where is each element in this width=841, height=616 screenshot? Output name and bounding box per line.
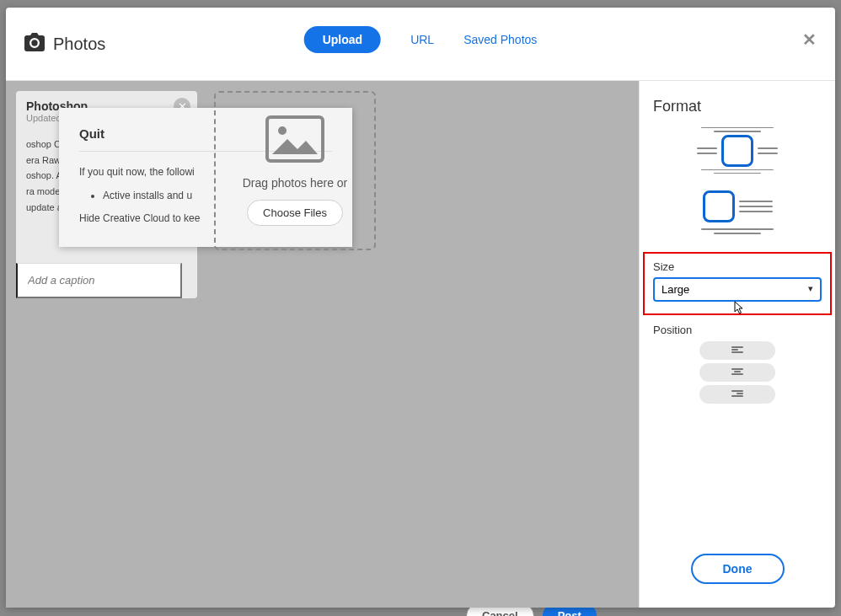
choose-files-button[interactable]: Choose Files <box>247 200 343 226</box>
photos-modal: Photos Upload URL Saved Photos ✕ Photosh… <box>6 8 835 608</box>
tab-url[interactable]: URL <box>410 33 434 46</box>
caption-input[interactable] <box>16 263 182 298</box>
header-tabs: Upload URL Saved Photos <box>304 26 538 53</box>
position-left-button[interactable] <box>699 341 775 360</box>
format-sidebar: Format Size La <box>639 81 835 608</box>
size-select[interactable]: Large <box>653 277 822 302</box>
format-option-center-break[interactable] <box>691 127 784 174</box>
image-placeholder-icon <box>265 115 324 166</box>
upload-canvas: Photoshop Updated t ✕ oshop Cam era Raw … <box>6 81 639 608</box>
position-center-button[interactable] <box>699 363 775 382</box>
size-section-highlighted: Size Large <box>643 252 832 315</box>
svg-rect-0 <box>267 117 323 161</box>
dropzone-text: Drag photos here or <box>243 176 348 190</box>
cursor-icon <box>734 301 746 319</box>
format-option-wrap[interactable] <box>691 189 784 235</box>
format-heading: Format <box>653 98 822 115</box>
dropzone[interactable]: Drag photos here or Choose Files <box>214 91 376 250</box>
modal-header: Photos Upload URL Saved Photos ✕ <box>6 8 835 81</box>
position-label: Position <box>653 324 822 336</box>
tab-upload[interactable]: Upload <box>304 26 381 53</box>
size-label: Size <box>653 260 822 273</box>
close-icon[interactable]: ✕ <box>802 29 817 50</box>
tab-saved-photos[interactable]: Saved Photos <box>463 33 537 46</box>
camera-icon <box>24 33 45 55</box>
svg-point-1 <box>278 126 287 135</box>
done-button[interactable]: Done <box>691 554 785 584</box>
modal-title: Photos <box>53 35 105 54</box>
position-right-button[interactable] <box>699 385 775 404</box>
